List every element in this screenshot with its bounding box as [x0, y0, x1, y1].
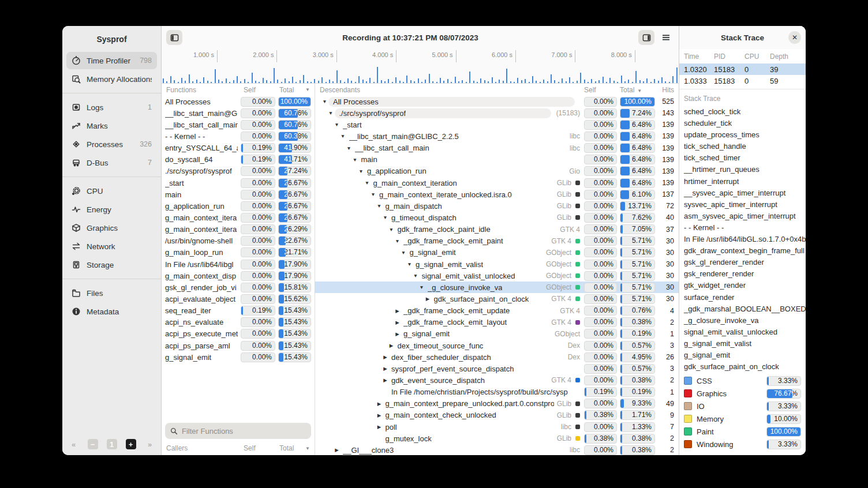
descendant-row[interactable]: ▶ sysprof_perf_event_source_dispatch 0.0… [315, 363, 679, 374]
stack-frame[interactable]: sysvec_apic_timer_interrupt [679, 199, 806, 211]
expander-icon[interactable]: ▼ [413, 273, 419, 279]
stack-frame[interactable]: update_process_times [679, 129, 806, 141]
function-row[interactable]: All Processes 0.00% 0.00% 100.00% 100.00… [162, 96, 315, 107]
sidebar-item-energy[interactable]: Energy [66, 201, 157, 218]
function-row[interactable]: acpi_ps_parse_aml 0.00% 0.00% 15.43% 15.… [162, 340, 315, 351]
descendant-row[interactable]: ▶ _gdk_frame_clock_emit_update GTK 4 0.0… [315, 305, 679, 317]
sidebar-item-time-profiler[interactable]: Time Profiler 798 [66, 52, 157, 69]
stack-frame[interactable]: tick_sched_handle [679, 141, 806, 152]
stack-frame[interactable]: signal_emit_valist_unlocked [679, 326, 806, 338]
stack-frame[interactable]: asm_sysvec_apic_timer_interrupt [679, 211, 806, 222]
descendant-row[interactable]: ▶ gdk_event_source_dispatch GTK 4 0.00% … [315, 374, 679, 386]
depth-column-header[interactable]: Depth [770, 52, 801, 61]
cpu-activity-waveform[interactable] [162, 63, 679, 83]
descendant-row[interactable]: ▼ g_signal_emit GObject 0.00% 0.00% 5.71… [315, 247, 679, 258]
descendants-column-header[interactable]: Descendants [320, 86, 581, 94]
function-row[interactable]: g_signal_emit 0.00% 0.00% 15.43% 15.43% [162, 351, 315, 363]
callers-self-header[interactable]: Self [244, 444, 279, 452]
callers-total-header[interactable]: Total [279, 444, 302, 452]
desc-self-column-header[interactable]: Self [584, 86, 617, 94]
descendant-row[interactable]: ▼ g_signal_emit_valist GObject 0.00% 0.0… [315, 258, 679, 270]
stack-frame[interactable]: g_signal_emit [679, 350, 806, 361]
stack-frame[interactable]: __sysvec_apic_timer_interrupt [679, 187, 806, 199]
sidebar-item-network[interactable]: Network [66, 238, 157, 255]
zoom-reset-button[interactable]: 1 [107, 439, 117, 449]
expander-icon[interactable]: ▶ [394, 320, 401, 325]
function-row[interactable]: g_main_context_disp 0.00% 0.00% 17.90% 1… [162, 270, 315, 281]
descendant-row[interactable]: ▼ _start 0.00% 0.00% 6.48% 6.48% 139 [315, 119, 679, 130]
sample-row[interactable]: 1.0333 15183 0 59 [679, 75, 806, 87]
expander-icon[interactable]: ▼ [370, 192, 376, 197]
expander-icon[interactable]: ▶ [388, 343, 395, 348]
expander-icon[interactable]: ▶ [382, 366, 388, 371]
descendant-row[interactable]: ▼ _gdk_frame_clock_emit_paint GTK 4 0.00… [315, 235, 679, 247]
function-row[interactable]: g_main_context_itera 0.00% 0.00% 26.67% … [162, 212, 315, 223]
descendant-row[interactable]: ▼ __libc_start_call_main libc 0.00% 0.00… [315, 142, 679, 154]
descendant-row[interactable]: ▼ All Processes 0.00% 0.00% 100.00% 100.… [315, 96, 679, 107]
zoom-in-button[interactable]: + [126, 439, 136, 449]
functions-column-header[interactable]: Functions [166, 86, 244, 94]
timeline-ruler[interactable]: 1.000 s2.000 s3.000 s4.000 s5.000 s6.000… [162, 49, 679, 63]
descendant-row[interactable]: ▶ gdk_surface_paint_on_clock GTK 4 0.00%… [315, 293, 679, 305]
descendant-row[interactable]: ▼ g_main_dispatch GLib 0.00% 0.00% 13.71… [315, 200, 679, 212]
descendant-row[interactable]: ▶ g_signal_emit GObject 0.00% 0.00% 0.19… [315, 328, 679, 340]
descendant-row[interactable]: ▼ g_main_context_iterate_unlocked.isra.0… [315, 189, 679, 200]
function-row[interactable]: g_main_context_itera 0.00% 0.00% 26.29% … [162, 224, 315, 235]
function-row[interactable]: /usr/bin/gnome-shell 0.00% 0.00% 22.67% … [162, 235, 315, 247]
fast-forward-icon[interactable]: » [145, 439, 155, 449]
function-row[interactable]: acpi_evaluate_object 0.00% 0.00% 15.62% … [162, 293, 315, 305]
sidebar-item-metadata[interactable]: Metadata [66, 303, 157, 320]
function-row[interactable]: main 0.00% 0.00% 26.67% 26.67% [162, 189, 315, 200]
sidebar-item-graphics[interactable]: Graphics [66, 219, 157, 237]
function-row[interactable]: g_application_run 0.00% 0.00% 26.67% 26.… [162, 200, 315, 212]
function-row[interactable]: ./src/sysprof/sysprof 0.00% 0.00% 27.24%… [162, 166, 315, 177]
function-row[interactable]: _start 0.00% 0.00% 26.67% 26.67% [162, 177, 315, 189]
descendant-row[interactable]: ▶ dex_timeout_source_func Dex 0.00% 0.00… [315, 340, 679, 351]
function-row[interactable]: entry_SYSCALL_64_a 0.19% 0.19% 41.90% 41… [162, 142, 315, 154]
expander-icon[interactable]: ▼ [334, 122, 340, 127]
sample-row[interactable]: 1.0320 15183 0 39 [679, 63, 806, 75]
time-column-header[interactable]: Time [684, 52, 714, 61]
callers-column-header[interactable]: Callers [166, 444, 244, 452]
expander-icon[interactable]: ▼ [376, 203, 383, 209]
sidebar-item-cpu[interactable]: CPU [66, 182, 157, 200]
stack-frame[interactable]: scheduler_tick [679, 118, 806, 129]
descendant-row[interactable]: ▶ dex_fiber_scheduler_dispatch Dex 0.00%… [315, 351, 679, 363]
function-row[interactable]: __libc_start_call_main 0.00% 0.00% 60.76… [162, 119, 315, 130]
expander-icon[interactable]: ▶ [334, 447, 340, 453]
expander-icon[interactable]: ▶ [394, 331, 401, 337]
stack-frame[interactable]: gsk_renderer_render [679, 268, 806, 280]
main-menu-button[interactable] [658, 30, 674, 45]
function-row[interactable]: gsk_gl_render_job_vi 0.00% 0.00% 15.81% … [162, 281, 315, 293]
expander-icon[interactable]: ▶ [376, 424, 383, 430]
expander-icon[interactable]: ▼ [394, 238, 401, 244]
expander-icon[interactable]: ▶ [376, 412, 383, 418]
expander-icon[interactable]: ▼ [406, 261, 413, 267]
expander-icon[interactable]: ▼ [418, 284, 425, 290]
expander-icon[interactable]: ▼ [321, 99, 328, 104]
self-column-header[interactable]: Self [244, 86, 279, 94]
stack-frame[interactable]: In File /usr/lib64/libGL.so.1.7.0+0x4b [679, 234, 806, 245]
sidebar-item-marks[interactable]: Marks [66, 117, 157, 134]
hits-column-header[interactable]: Hits [658, 86, 674, 94]
function-row[interactable]: acpi_ns_evaluate 0.00% 0.00% 15.43% 15.4… [162, 317, 315, 328]
sort-descending-icon[interactable]: ▼ [305, 446, 310, 451]
descendant-row[interactable]: g_mutex_lock GLib 0.38% 0.38% 0.38% 0.38… [315, 433, 679, 444]
expander-icon[interactable]: ▼ [340, 133, 346, 139]
descendant-row[interactable]: ▼ ./src/sysprof/sysprof (15183) 0.00% 0.… [315, 107, 679, 119]
descendant-row[interactable]: In File /home/christian/Projects/sysprof… [315, 386, 679, 398]
stack-frame[interactable]: gdk_draw_context_begin_frame_full [679, 245, 806, 257]
cpu-column-header[interactable]: CPU [744, 52, 770, 61]
pid-column-header[interactable]: PID [714, 52, 744, 61]
sidebar-item-logs[interactable]: Logs 1 [66, 99, 157, 116]
stack-frame[interactable]: surface_render [679, 292, 806, 303]
descendant-row[interactable]: ▼ _g_closure_invoke_va GObject 0.00% 0.0… [315, 281, 679, 293]
function-row[interactable]: __libc_start_main@GLIBC_2.2.5 0.00% 0.00… [162, 107, 315, 119]
stack-frame[interactable]: _gdk_marshal_BOOLEAN__BOXEDv [679, 303, 806, 315]
toggle-right-panel-button[interactable] [638, 30, 654, 45]
function-row[interactable]: In File /usr/lib64/libgl 0.00% 0.00% 17.… [162, 258, 315, 270]
function-row[interactable]: acpi_ps_execute_met 0.00% 0.00% 15.43% 1… [162, 328, 315, 340]
expander-icon[interactable]: ▼ [382, 215, 388, 220]
descendant-row[interactable]: ▶ _gdk_frame_clock_emit_layout GTK 4 0.0… [315, 317, 679, 328]
stack-frame[interactable]: sched_clock_tick [679, 106, 806, 118]
